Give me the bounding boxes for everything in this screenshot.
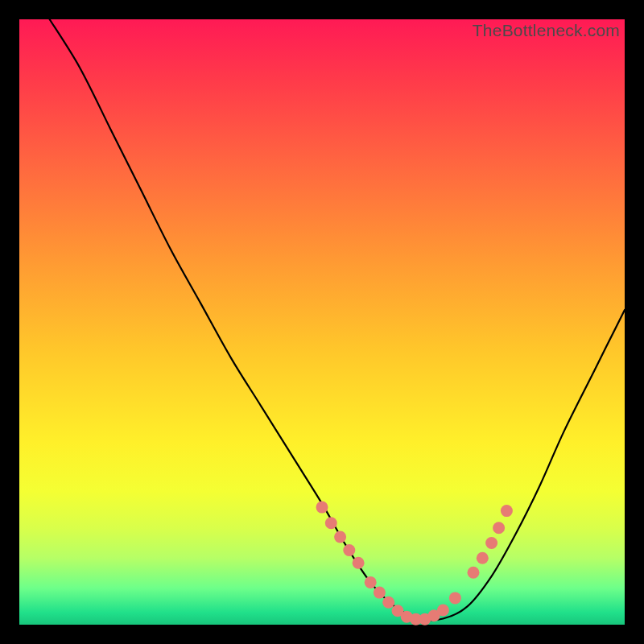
highlight-dot xyxy=(343,544,355,556)
highlight-dot xyxy=(325,517,337,529)
highlight-dot xyxy=(353,557,365,569)
highlight-dot xyxy=(334,531,346,543)
highlight-dot xyxy=(493,522,505,534)
highlight-dots xyxy=(316,502,513,625)
bottleneck-curve xyxy=(50,19,625,620)
highlight-dot xyxy=(374,587,386,599)
plot-area: TheBottleneck.com xyxy=(19,19,625,625)
highlight-dot xyxy=(477,552,489,564)
highlight-dot xyxy=(485,537,497,549)
highlight-dot xyxy=(365,576,377,588)
chart-svg xyxy=(19,19,625,625)
chart-frame: TheBottleneck.com xyxy=(0,0,644,644)
highlight-dot xyxy=(468,567,480,579)
highlight-dot xyxy=(501,505,513,517)
highlight-dot xyxy=(316,502,328,514)
highlight-dot xyxy=(437,605,449,617)
highlight-dot xyxy=(382,597,394,609)
highlight-dot xyxy=(449,592,461,604)
